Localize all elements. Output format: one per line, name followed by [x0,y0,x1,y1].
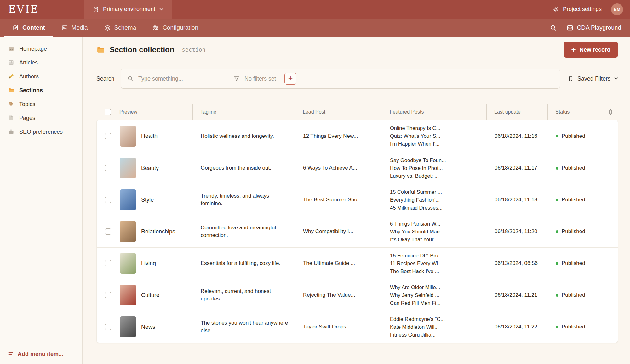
sidebar-item-topics[interactable]: Topics [0,97,82,111]
row-checkbox[interactable] [105,260,111,266]
lead-post-cell: Rejecting The Value... [295,292,382,298]
topbar-right: Project settings EM [553,3,630,15]
status-label: Published [562,260,585,266]
search-button[interactable] [550,25,557,31]
tab-configuration[interactable]: Configuration [144,19,206,37]
media-icon [61,25,68,31]
records-table: Health Holistic wellness and longevity. … [96,120,618,343]
search-input[interactable] [138,75,216,82]
featured-post-item: Fitness Guru Jillia... [390,331,487,339]
folder-icon [96,45,105,54]
column-header-tagline[interactable]: Tagline [193,104,295,120]
add-filter-button[interactable]: + [284,73,296,85]
column-header-preview[interactable]: Preview [119,104,193,120]
sidebar-item-label: Homepage [19,46,47,52]
table-row[interactable]: Culture Relevant, current, and honest up… [97,279,618,311]
search-label: Search [96,76,121,82]
status-label: Published [562,133,585,139]
preview-cell: News [120,316,193,337]
tab-label: Schema [114,24,136,31]
table-header: Preview Tagline Lead Post Featured Posts… [96,104,618,120]
sidebar-menu: Homepage Articles Authors Sections Topic… [0,37,82,139]
table-row[interactable]: News The stories you won't hear anywhere… [97,311,618,343]
tab-label: Content [22,24,45,31]
preview-cell: Culture [120,285,193,305]
featured-post-item: Can Red Pill Men Fi... [390,299,487,307]
new-record-button[interactable]: + New record [564,42,618,58]
column-header-featured-posts[interactable]: Featured Posts [382,104,487,120]
featured-post-item: 6 Things Parisian W... [390,220,487,228]
featured-posts-cell: 15 Feminine DIY Pro...11 Recipes Every W… [382,252,487,275]
row-checkbox[interactable] [105,228,111,235]
row-checkbox[interactable] [105,133,111,139]
main-content: Section collection section + New record … [83,37,630,364]
featured-post-item: How To Pose In Phot... [390,164,487,172]
record-thumbnail [120,221,136,242]
last-update-cell: 06/18/2024, 11:21 [487,292,548,298]
list-icon [8,351,14,357]
column-header-lead-post[interactable]: Lead Post [295,104,382,120]
bookmark-icon [568,76,574,82]
status-cell: Published [548,133,618,139]
gear-icon [553,6,559,13]
saved-filters-button[interactable]: Saved Filters [560,76,618,82]
pages-icon [8,115,14,121]
sidebar: Homepage Articles Authors Sections Topic… [0,37,83,364]
cda-playground-button[interactable]: CDA Playground [567,24,621,31]
sidebar-item-label: Topics [19,101,35,108]
table-row[interactable]: Health Holistic wellness and longevity. … [97,120,618,152]
schema-icon [104,25,111,31]
topics-icon [8,101,14,108]
user-avatar[interactable]: EM [611,3,623,15]
status-label: Published [562,324,585,330]
select-all-checkbox[interactable] [105,109,111,115]
edit-icon [13,25,19,31]
table-row[interactable]: Beauty Gorgeous from the inside out. 6 W… [97,152,618,184]
row-checkbox[interactable] [105,165,111,171]
sidebar-item-authors[interactable]: Authors [0,70,82,83]
table-row[interactable]: Relationships Committed love and meaning… [97,216,618,247]
environment-label: Primary environment [103,6,155,13]
featured-post-item: 11 Recipes Every Wi... [390,260,487,267]
sidebar-item-sections[interactable]: Sections [0,83,82,97]
columns-settings-gear-icon[interactable] [607,109,614,115]
sidebar-item-seo-preferences[interactable]: SEO preferences [0,125,82,139]
status-cell: Published [548,228,618,235]
row-checkbox-cell [97,133,120,139]
table-row[interactable]: Living Essentials for a fulfilling, cozy… [97,247,618,279]
project-settings-label: Project settings [563,6,602,13]
search-field [121,69,226,88]
environment-switcher[interactable]: Primary environment [84,0,172,19]
row-checkbox[interactable] [105,197,111,203]
preview-cell: Living [120,253,193,274]
project-settings-button[interactable]: Project settings [553,6,602,13]
sidebar-item-pages[interactable]: Pages [0,111,82,125]
tab-schema[interactable]: Schema [96,19,145,37]
sidebar-item-homepage[interactable]: Homepage [0,42,82,56]
tab-content[interactable]: Content [4,19,53,37]
last-update-cell: 06/18/2024, 11:17 [487,165,548,171]
tab-media[interactable]: Media [53,19,96,37]
plus-icon: + [571,46,576,53]
record-title: Relationships [141,228,175,235]
status-label: Published [562,292,585,298]
column-header-last-update[interactable]: Last update [487,104,548,120]
chevron-down-icon [159,8,163,11]
featured-post-item: Everything Fashion'... [390,196,487,204]
homepage-icon [8,45,14,52]
sections-folder-icon [8,87,14,94]
articles-icon [8,59,14,66]
status-column-label: Status [555,109,570,115]
playground-icon [567,25,573,31]
row-checkbox[interactable] [105,324,111,330]
sidebar-item-articles[interactable]: Articles [0,56,82,70]
add-menu-item-button[interactable]: Add menu item... [0,344,82,364]
title-group: Section collection section [96,45,206,54]
table-row[interactable]: Style Trendy, timeless, and always femin… [97,184,618,216]
row-checkbox[interactable] [105,292,111,298]
lead-post-cell: The Best Summer Sho... [295,197,382,203]
status-cell: Published [548,197,618,203]
column-header-status[interactable]: Status [548,104,618,120]
seo-briefcase-icon [8,128,14,135]
status-dot [556,262,558,265]
